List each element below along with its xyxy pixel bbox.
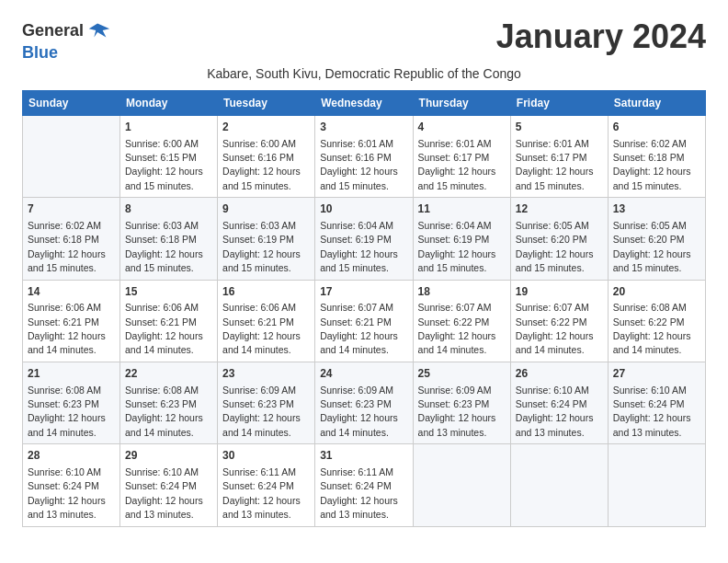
calendar-cell: 15Sunrise: 6:06 AM Sunset: 6:21 PM Dayli… (120, 280, 218, 362)
calendar-cell: 26Sunrise: 6:10 AM Sunset: 6:24 PM Dayli… (510, 362, 608, 443)
day-info: Sunrise: 6:08 AM Sunset: 6:22 PM Dayligh… (613, 302, 691, 355)
day-info: Sunrise: 6:04 AM Sunset: 6:19 PM Dayligh… (418, 220, 496, 273)
calendar-cell: 1Sunrise: 6:00 AM Sunset: 6:15 PM Daylig… (120, 115, 218, 197)
calendar-cell: 3Sunrise: 6:01 AM Sunset: 6:16 PM Daylig… (315, 115, 413, 197)
calendar-cell: 29Sunrise: 6:10 AM Sunset: 6:24 PM Dayli… (120, 444, 218, 526)
calendar-cell: 19Sunrise: 6:07 AM Sunset: 6:22 PM Dayli… (510, 280, 608, 362)
day-info: Sunrise: 6:06 AM Sunset: 6:21 PM Dayligh… (28, 302, 106, 355)
day-number: 7 (28, 201, 115, 217)
day-number: 29 (125, 448, 212, 464)
day-number: 28 (28, 448, 115, 464)
calendar-cell: 25Sunrise: 6:09 AM Sunset: 6:23 PM Dayli… (413, 362, 510, 443)
day-number: 8 (125, 201, 212, 217)
calendar-cell (608, 444, 705, 526)
day-number: 23 (222, 366, 310, 382)
calendar-cell: 14Sunrise: 6:06 AM Sunset: 6:21 PM Dayli… (23, 280, 120, 362)
day-number: 9 (222, 201, 310, 217)
calendar-cell: 11Sunrise: 6:04 AM Sunset: 6:19 PM Dayli… (413, 198, 510, 280)
day-info: Sunrise: 6:10 AM Sunset: 6:24 PM Dayligh… (28, 466, 106, 520)
calendar-cell: 31Sunrise: 6:11 AM Sunset: 6:24 PM Dayli… (315, 444, 413, 526)
day-info: Sunrise: 6:09 AM Sunset: 6:23 PM Dayligh… (418, 385, 496, 438)
calendar-cell: 13Sunrise: 6:05 AM Sunset: 6:20 PM Dayli… (608, 198, 705, 280)
logo: General Blue (22, 18, 111, 63)
day-info: Sunrise: 6:01 AM Sunset: 6:17 PM Dayligh… (418, 138, 496, 191)
calendar-cell: 21Sunrise: 6:08 AM Sunset: 6:23 PM Dayli… (23, 362, 120, 443)
day-info: Sunrise: 6:05 AM Sunset: 6:20 PM Dayligh… (613, 220, 691, 273)
calendar-cell: 9Sunrise: 6:03 AM Sunset: 6:19 PM Daylig… (218, 198, 315, 280)
calendar-cell: 16Sunrise: 6:06 AM Sunset: 6:21 PM Dayli… (218, 280, 315, 362)
calendar-cell: 5Sunrise: 6:01 AM Sunset: 6:17 PM Daylig… (510, 115, 608, 197)
day-number: 15 (125, 284, 212, 300)
day-header-saturday: Saturday (608, 90, 705, 115)
day-number: 18 (418, 284, 506, 300)
day-number: 19 (516, 284, 603, 300)
day-info: Sunrise: 6:06 AM Sunset: 6:21 PM Dayligh… (125, 302, 203, 355)
day-info: Sunrise: 6:02 AM Sunset: 6:18 PM Dayligh… (613, 138, 691, 191)
calendar-cell (23, 115, 120, 197)
day-header-wednesday: Wednesday (315, 90, 413, 115)
calendar-cell: 10Sunrise: 6:04 AM Sunset: 6:19 PM Dayli… (315, 198, 413, 280)
day-number: 5 (516, 120, 603, 135)
day-info: Sunrise: 6:08 AM Sunset: 6:23 PM Dayligh… (28, 385, 106, 438)
day-info: Sunrise: 6:03 AM Sunset: 6:18 PM Dayligh… (125, 220, 203, 273)
day-header-sunday: Sunday (23, 90, 120, 115)
logo-bird-icon (85, 18, 111, 44)
page-header: General Blue January 2024 (22, 18, 706, 63)
calendar-cell: 12Sunrise: 6:05 AM Sunset: 6:20 PM Dayli… (510, 198, 608, 280)
day-number: 30 (222, 448, 310, 464)
day-number: 25 (418, 366, 506, 382)
day-header-monday: Monday (120, 90, 218, 115)
day-number: 31 (320, 448, 407, 464)
calendar-cell (413, 444, 510, 526)
calendar-cell: 4Sunrise: 6:01 AM Sunset: 6:17 PM Daylig… (413, 115, 510, 197)
day-info: Sunrise: 6:10 AM Sunset: 6:24 PM Dayligh… (516, 385, 594, 438)
day-info: Sunrise: 6:07 AM Sunset: 6:21 PM Dayligh… (320, 302, 398, 355)
calendar-cell: 2Sunrise: 6:00 AM Sunset: 6:16 PM Daylig… (218, 115, 315, 197)
day-number: 16 (222, 284, 310, 300)
day-number: 10 (320, 201, 407, 217)
day-number: 3 (320, 120, 407, 135)
day-number: 1 (125, 120, 212, 135)
calendar-cell: 27Sunrise: 6:10 AM Sunset: 6:24 PM Dayli… (608, 362, 705, 443)
calendar-cell: 6Sunrise: 6:02 AM Sunset: 6:18 PM Daylig… (608, 115, 705, 197)
day-number: 12 (516, 201, 603, 217)
day-number: 21 (28, 366, 115, 382)
calendar-cell: 23Sunrise: 6:09 AM Sunset: 6:23 PM Dayli… (218, 362, 315, 443)
calendar-cell: 17Sunrise: 6:07 AM Sunset: 6:21 PM Dayli… (315, 280, 413, 362)
day-number: 27 (613, 366, 700, 382)
day-info: Sunrise: 6:07 AM Sunset: 6:22 PM Dayligh… (516, 302, 594, 355)
day-number: 11 (418, 201, 506, 217)
subtitle: Kabare, South Kivu, Democratic Republic … (22, 66, 706, 81)
day-header-thursday: Thursday (413, 90, 510, 115)
day-info: Sunrise: 6:09 AM Sunset: 6:23 PM Dayligh… (222, 385, 301, 438)
day-number: 14 (28, 284, 115, 300)
day-info: Sunrise: 6:07 AM Sunset: 6:22 PM Dayligh… (418, 302, 496, 355)
logo-text-general: General (22, 22, 84, 40)
calendar-cell: 22Sunrise: 6:08 AM Sunset: 6:23 PM Dayli… (120, 362, 218, 443)
calendar-cell: 8Sunrise: 6:03 AM Sunset: 6:18 PM Daylig… (120, 198, 218, 280)
day-info: Sunrise: 6:08 AM Sunset: 6:23 PM Dayligh… (125, 385, 203, 438)
day-number: 24 (320, 366, 407, 382)
logo-text-blue: Blue (22, 43, 58, 62)
calendar-cell (510, 444, 608, 526)
day-number: 2 (222, 120, 310, 135)
day-info: Sunrise: 6:10 AM Sunset: 6:24 PM Dayligh… (125, 466, 203, 520)
calendar-cell: 28Sunrise: 6:10 AM Sunset: 6:24 PM Dayli… (23, 444, 120, 526)
day-number: 22 (125, 366, 212, 382)
day-info: Sunrise: 6:02 AM Sunset: 6:18 PM Dayligh… (28, 220, 106, 273)
day-info: Sunrise: 6:11 AM Sunset: 6:24 PM Dayligh… (222, 466, 301, 520)
calendar-cell: 7Sunrise: 6:02 AM Sunset: 6:18 PM Daylig… (23, 198, 120, 280)
day-info: Sunrise: 6:05 AM Sunset: 6:20 PM Dayligh… (516, 220, 594, 273)
day-info: Sunrise: 6:09 AM Sunset: 6:23 PM Dayligh… (320, 385, 398, 438)
day-number: 26 (516, 366, 603, 382)
month-title: January 2024 (496, 18, 706, 55)
day-info: Sunrise: 6:00 AM Sunset: 6:15 PM Dayligh… (125, 138, 203, 191)
day-info: Sunrise: 6:10 AM Sunset: 6:24 PM Dayligh… (613, 385, 691, 438)
calendar-cell: 30Sunrise: 6:11 AM Sunset: 6:24 PM Dayli… (218, 444, 315, 526)
calendar-cell: 18Sunrise: 6:07 AM Sunset: 6:22 PM Dayli… (413, 280, 510, 362)
calendar-cell: 24Sunrise: 6:09 AM Sunset: 6:23 PM Dayli… (315, 362, 413, 443)
day-number: 4 (418, 120, 506, 135)
day-info: Sunrise: 6:03 AM Sunset: 6:19 PM Dayligh… (222, 220, 301, 273)
day-info: Sunrise: 6:06 AM Sunset: 6:21 PM Dayligh… (222, 302, 301, 355)
day-info: Sunrise: 6:11 AM Sunset: 6:24 PM Dayligh… (320, 466, 398, 520)
